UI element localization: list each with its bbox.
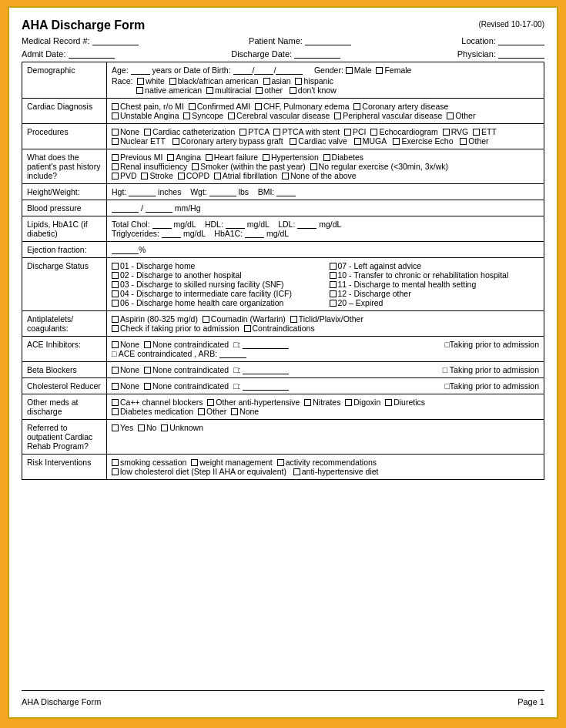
history-content: Previous MI Angina Heart failure Hyperte… — [107, 149, 544, 184]
other-meds-content: Ca++ channel blockers Other anti-hyperte… — [107, 394, 544, 420]
risk-interventions-content: smoking cessation weight management acti… — [107, 455, 544, 480]
procedures-row: Procedures None Cardiac catheterization … — [22, 124, 544, 149]
discharge-status-content: 01 - Discharge home 02 - Discharge to an… — [107, 258, 544, 311]
form-table: Demographic Age: years or Date of Birth:… — [22, 62, 544, 480]
procedures-label: Procedures — [22, 124, 107, 149]
blood-pressure-label: Blood pressure — [22, 200, 107, 216]
beta-blockers-label: Beta Blockers — [22, 362, 107, 378]
ejection-row: Ejection fraction: % — [22, 242, 544, 258]
cardiac-diagnosis-row: Cardiac Diagnosis Chest pain, r/o MI Con… — [22, 99, 544, 124]
revised-label: (Revised 10-17-00) — [478, 20, 544, 29]
history-label: What does the patient's past history inc… — [22, 149, 107, 184]
other-meds-label: Other meds at discharge — [22, 394, 107, 420]
height-weight-row: Height/Weight: Hgt: inches Wgt: lbs BMI: — [22, 184, 544, 200]
page: AHA Discharge Form (Revised 10-17-00) Me… — [8, 6, 558, 719]
ejection-label: Ejection fraction: — [22, 242, 107, 258]
demographic-content: Age: years or Date of Birth: // Gender: … — [107, 62, 544, 99]
referred-row: Referred to outpatient Cardiac Rehab Pro… — [22, 420, 544, 455]
cholesterol-reducer-content: None None contraindicated □: □Taking pri… — [107, 378, 544, 394]
lipids-row: Lipids, HbA1C (if diabetic) Total Chol: … — [22, 216, 544, 242]
ejection-content: % — [107, 242, 544, 258]
discharge-status-label: Discharge Status — [22, 258, 107, 311]
location-field: Location: — [461, 36, 544, 45]
lipids-label: Lipids, HbA1C (if diabetic) — [22, 216, 107, 242]
other-meds-row: Other meds at discharge Ca++ channel blo… — [22, 394, 544, 420]
antiplatelets-content: Aspirin (80-325 mg/d) Coumadin (Warfarin… — [107, 311, 544, 337]
antiplatelets-label: Antiplatelets/ coagulants: — [22, 311, 107, 337]
discharge-date-field: Discharge Date: — [231, 49, 340, 59]
history-row: What does the patient's past history inc… — [22, 149, 544, 184]
lipids-content: Total Chol: mg/dL HDL: mg/dL LDL: mg/dL … — [107, 216, 544, 242]
height-weight-label: Height/Weight: — [22, 184, 107, 200]
risk-interventions-label: Risk Interventions — [22, 455, 107, 480]
demographic-row: Demographic Age: years or Date of Birth:… — [22, 62, 544, 99]
cardiac-diagnosis-label: Cardiac Diagnosis — [22, 99, 107, 124]
cardiac-diagnosis-content: Chest pain, r/o MI Confirmed AMI CHF, Pu… — [107, 99, 544, 124]
blood-pressure-content: / mm/Hg — [107, 200, 544, 216]
footer-left: AHA Discharge Form — [22, 697, 101, 706]
form-title: AHA Discharge Form — [22, 18, 145, 32]
antiplatelets-row: Antiplatelets/ coagulants: Aspirin (80-3… — [22, 311, 544, 337]
admit-date-field: Admit Date: — [22, 49, 115, 59]
medical-record-field: Medical Record #: — [22, 36, 139, 45]
cholesterol-reducer-label: Cholesterol Reducer — [22, 378, 107, 394]
discharge-status-row: Discharge Status 01 - Discharge home 02 … — [22, 258, 544, 311]
procedures-content: None Cardiac catheterization PTCA PTCA w… — [107, 124, 544, 149]
ace-inhibitors-label: ACE Inhibitors: — [22, 337, 107, 362]
footer-right: Page 1 — [517, 697, 544, 706]
beta-blockers-content: None None contraindicated □: □ Taking pr… — [107, 362, 544, 378]
physician-field: Physician: — [457, 49, 544, 59]
beta-blockers-row: Beta Blockers None None contraindicated … — [22, 362, 544, 378]
referred-content: Yes No Unknown — [107, 420, 544, 455]
ace-inhibitors-content: None None contraindicated □: □ ACE contr… — [107, 337, 544, 362]
ace-inhibitors-row: ACE Inhibitors: None None contraindicate… — [22, 337, 544, 362]
risk-interventions-row: Risk Interventions smoking cessation wei… — [22, 455, 544, 480]
blood-pressure-row: Blood pressure / mm/Hg — [22, 200, 544, 216]
demographic-label: Demographic — [22, 62, 107, 99]
patient-name-field: Patient Name: — [249, 36, 351, 45]
height-weight-content: Hgt: inches Wgt: lbs BMI: — [107, 184, 544, 200]
cholesterol-reducer-row: Cholesterol Reducer None None contraindi… — [22, 378, 544, 394]
footer: AHA Discharge Form Page 1 — [22, 690, 544, 706]
referred-label: Referred to outpatient Cardiac Rehab Pro… — [22, 420, 107, 455]
